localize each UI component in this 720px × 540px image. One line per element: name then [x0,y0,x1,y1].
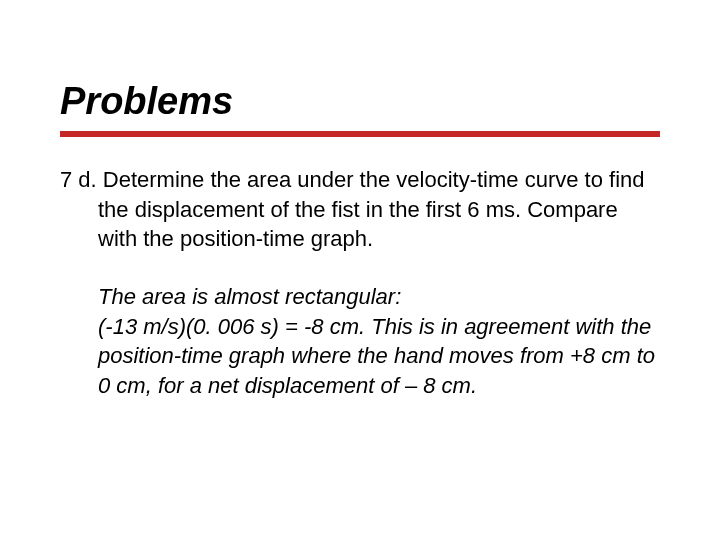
answer-line-2: (-13 m/s)(0. 006 s) = -8 cm. This is in … [98,312,660,401]
problem-statement: 7 d. Determine the area under the veloci… [60,165,660,254]
page-title: Problems [60,80,660,123]
slide-body: Problems 7 d. Determine the area under t… [0,0,720,540]
answer-block: The area is almost rectangular: (-13 m/s… [60,282,660,401]
title-underline [60,131,660,137]
answer-line-1: The area is almost rectangular: [98,282,660,312]
problem-text: 7 d. Determine the area under the veloci… [60,165,660,254]
